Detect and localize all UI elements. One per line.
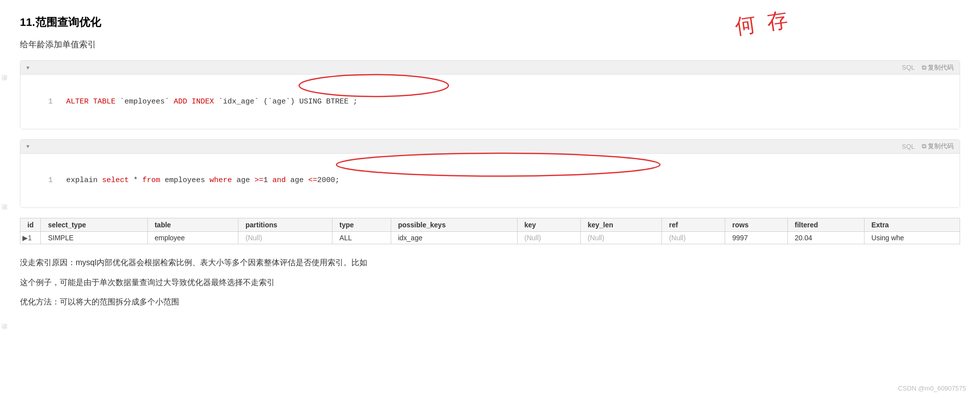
code-table-name: `employees` [120, 98, 169, 106]
result-table-container: id select_type table partitions type pos… [20, 218, 960, 244]
th-ref: ref [662, 218, 725, 232]
code-and: and [272, 176, 286, 185]
code-employees2: employees [160, 176, 210, 185]
td-key: (Null) [517, 232, 580, 244]
code-explain: explain [66, 176, 102, 185]
code-idx: `idx_age` [218, 98, 259, 106]
th-possible-keys: possible_keys [391, 218, 517, 232]
code-paren-close: ) [290, 98, 295, 106]
page-title: 11.范围查询优化 [20, 15, 960, 30]
code-block-1-header: ▾ SQL ⧉ 复制代码 [20, 61, 960, 75]
code-content-1: 1ALTER TABLE `employees` ADD INDEX `idx_… [20, 75, 960, 129]
lang-label-1: SQL [902, 64, 915, 71]
th-key: key [517, 218, 580, 232]
copy-button-2[interactable]: ⧉ 复制代码 [922, 142, 954, 151]
td-key-len: (Null) [580, 232, 662, 244]
td-extra: Using whe [864, 232, 960, 244]
code-using-btree: USING BTREE ; [295, 98, 357, 106]
paragraph-3: 优化方法：可以将大的范围拆分成多个小范围 [20, 295, 960, 309]
line-num-1: 1 [48, 96, 56, 108]
copy-label-1: 复制代码 [928, 63, 954, 72]
th-partitions: partitions [238, 218, 332, 232]
svg-point-0 [299, 75, 448, 97]
paragraph-1: 没走索引原因：mysql内部优化器会根据检索比例、表大小等多个因素整体评估是否使… [20, 255, 960, 270]
th-filtered: filtered [787, 218, 864, 232]
copy-icon-1: ⧉ [922, 64, 926, 72]
code-1: 1 [263, 176, 272, 185]
code-content-2: 1explain select * from employees where a… [20, 154, 960, 208]
code-age3: age [286, 176, 308, 185]
code-select: select [102, 176, 129, 185]
code-from: from [142, 176, 160, 185]
lang-label-2: SQL [902, 143, 915, 150]
td-type: ALL [332, 232, 391, 244]
subtitle: 给年龄添加单值索引 [20, 39, 960, 50]
code-block-2-header: ▾ SQL ⧉ 复制代码 [20, 140, 960, 154]
circle-svg-2 [334, 150, 662, 180]
td-select-type: SIMPLE [41, 232, 147, 244]
td-filtered: 20.04 [787, 232, 864, 244]
code-alter: ALTER TABLE [66, 98, 120, 106]
td-possible-keys: idx_age [391, 232, 517, 244]
code-star: * [129, 176, 142, 185]
collapse-arrow-1[interactable]: ▾ [26, 64, 29, 71]
code-2000: 2000; [317, 176, 339, 185]
copy-button-1[interactable]: ⧉ 复制代码 [922, 63, 954, 72]
th-id: id [20, 218, 41, 232]
csdn-watermark: CSDN @m0_60907575 [898, 385, 966, 392]
result-table: id select_type table partitions type pos… [20, 218, 960, 244]
th-extra: Extra [864, 218, 960, 232]
td-arrow: ▶1 [20, 232, 41, 244]
table-row: ▶1 SIMPLE employee (Null) ALL idx_age (N… [20, 232, 960, 244]
paragraph-2: 这个例子，可能是由于单次数据量查询过大导致优化器最终选择不走索引 [20, 275, 960, 290]
th-type: type [332, 218, 391, 232]
copy-label-2: 复制代码 [928, 142, 954, 151]
code-lte: <= [308, 176, 317, 185]
td-partitions: (Null) [238, 232, 332, 244]
code-add-index: ADD INDEX [169, 98, 218, 106]
code-block-2: ▾ SQL ⧉ 复制代码 1explain select * from empl… [20, 139, 960, 208]
code-paren-open: ( [259, 98, 268, 106]
th-table: table [147, 218, 238, 232]
line-num-2: 1 [48, 174, 56, 187]
th-select-type: select_type [41, 218, 147, 232]
svg-point-1 [336, 153, 660, 176]
code-age: `age` [268, 98, 290, 106]
code-block-1: ▾ SQL ⧉ 复制代码 1ALTER TABLE `employees` AD… [20, 60, 960, 129]
code-age2: age [232, 176, 254, 185]
td-ref: (Null) [662, 232, 725, 244]
code-gte: >= [254, 176, 263, 185]
th-key-len: key_len [580, 218, 662, 232]
th-rows: rows [725, 218, 788, 232]
td-rows: 9997 [725, 232, 788, 244]
code-where: where [210, 176, 232, 185]
copy-icon-2: ⧉ [922, 142, 926, 150]
td-table: employee [147, 232, 238, 244]
collapse-arrow-2[interactable]: ▾ [26, 143, 29, 150]
circle-svg-1 [297, 72, 451, 100]
